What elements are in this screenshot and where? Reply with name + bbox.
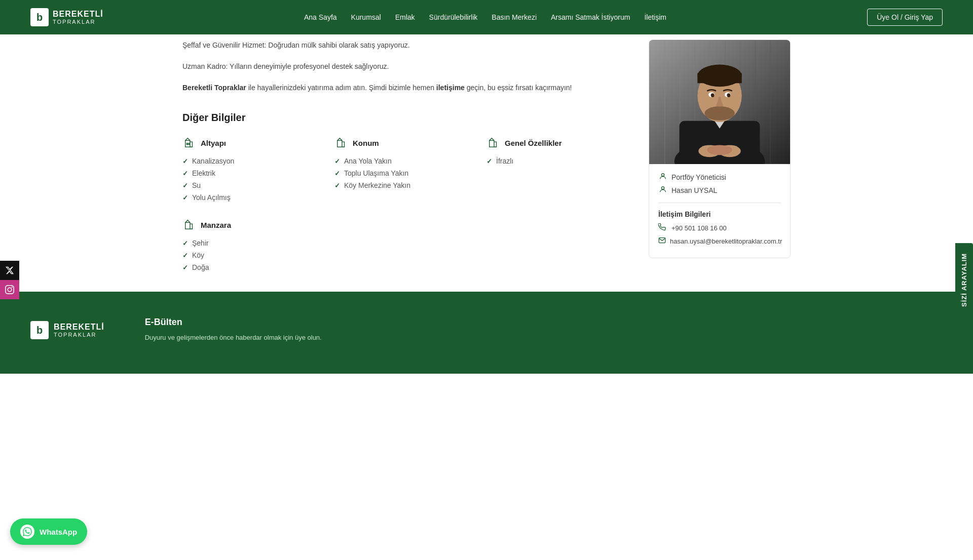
- svg-rect-21: [697, 73, 741, 83]
- sidebar-info: Portföy Yöneticisi Hasan UYSAL İletişim …: [649, 164, 790, 258]
- info-col-genel: Genel Özellikler İfrazlı: [486, 136, 628, 202]
- page-wrapper: Şeffaf ve Güvenilir Hizmet: Doğrudan mül…: [152, 34, 821, 292]
- col-header-altyapi: Altyapı: [182, 136, 324, 150]
- intro-text: Şeffaf ve Güvenilir Hizmet: Doğrudan mül…: [182, 39, 628, 94]
- nav-basin[interactable]: Basın Merkezi: [492, 13, 537, 21]
- list-item: İfrazlı: [486, 157, 628, 165]
- footer-logo-text: BEREKETLİ TOPRAKLAR: [54, 323, 104, 338]
- sidebar-card: Portföy Yöneticisi Hasan UYSAL İletişim …: [649, 39, 791, 258]
- iletisim-link[interactable]: iletişime: [436, 84, 465, 92]
- agent-role: Portföy Yöneticisi: [671, 173, 726, 181]
- nav-emlak[interactable]: Emlak: [395, 13, 415, 21]
- footer-top: b BEREKETLİ TOPRAKLAR E-Bülten Duyuru ve…: [30, 317, 943, 343]
- main-content: Şeffaf ve Güvenilir Hizmet: Doğrudan mül…: [182, 39, 628, 292]
- agent-name: Hasan UYSAL: [671, 186, 717, 194]
- intro-p2: Uzman Kadro: Yılların deneyimiyle profes…: [182, 61, 628, 73]
- nav-surdurulebilirlik[interactable]: Sürdürülebilirlik: [429, 13, 478, 21]
- svg-rect-4: [490, 141, 494, 147]
- newsletter-title: E-Bülten: [145, 317, 322, 328]
- agent-name-row: Hasan UYSAL: [658, 185, 781, 195]
- list-item: Yolu Açılmış: [182, 193, 324, 202]
- list-item: Toplu Ulaşıma Yakın: [334, 169, 476, 177]
- logo-icon: b: [30, 8, 49, 26]
- social-sidebar: [0, 261, 19, 299]
- email-row: hasan.uysal@bereketlitopraklar.com.tr: [658, 236, 781, 246]
- main-nav: Ana Sayfa Kurumsal Emlak Sürdürülebilirl…: [304, 13, 666, 21]
- nav-kurumsal[interactable]: Kurumsal: [351, 13, 381, 21]
- info-col-konum: Konum Ana Yola Yakın Toplu Ulaşıma Yakın…: [334, 136, 476, 202]
- manzara-section: Manzara Şehir Köy Doğa: [182, 218, 628, 271]
- agent-photo: [649, 40, 790, 164]
- list-item: Kanalizasyon: [182, 157, 324, 165]
- phone-row: +90 501 108 16 00: [658, 223, 781, 232]
- newsletter-desc: Duyuru ve gelişmelerden önce haberdar ol…: [145, 333, 322, 343]
- nav-anasayfa[interactable]: Ana Sayfa: [304, 13, 337, 21]
- side-cta-button[interactable]: SİZİ ARAYALIM: [955, 243, 973, 317]
- header: b BEREKETLİ TOPRAKLAR Ana Sayfa Kurumsal…: [0, 0, 973, 34]
- list-item: Şehir: [182, 239, 628, 247]
- list-item: Ana Yola Yakın: [334, 157, 476, 165]
- email-icon: [658, 236, 666, 246]
- intro-p1: Şeffaf ve Güvenilir Hizmet: Doğrudan mül…: [182, 39, 628, 52]
- list-item: Köy Merkezine Yakın: [334, 181, 476, 189]
- phone-icon: [658, 223, 667, 232]
- svg-rect-3: [338, 141, 342, 147]
- footer-logo[interactable]: b BEREKETLİ TOPRAKLAR: [30, 317, 104, 343]
- section-title: Diğer Bilgiler: [182, 112, 628, 124]
- list-item: Köy: [182, 251, 628, 259]
- intro-p3: Bereketli Topraklar ile hayallerinizdeki…: [182, 82, 628, 94]
- info-grid: Altyapı Kanalizasyon Elektrik Su Yolu Aç…: [182, 136, 628, 202]
- svg-rect-5: [185, 223, 190, 229]
- contact-title: İletişim Bilgileri: [658, 210, 781, 218]
- features-icon: [486, 136, 501, 150]
- svg-point-26: [727, 93, 730, 97]
- info-col-altyapi: Altyapı Kanalizasyon Elektrik Su Yolu Aç…: [182, 136, 324, 202]
- svg-point-30: [661, 174, 664, 176]
- list-item: Doğa: [182, 263, 628, 271]
- footer-newsletter: E-Bülten Duyuru ve gelişmelerden önce ha…: [145, 317, 322, 343]
- twitter-x-button[interactable]: [0, 261, 19, 280]
- col-header-genel: Genel Özellikler: [486, 136, 628, 150]
- logo-text: BEREKETLİ TOPRAKLAR: [53, 9, 103, 25]
- svg-rect-2: [189, 143, 190, 145]
- svg-point-25: [711, 93, 715, 97]
- phone-number: +90 501 108 16 00: [671, 224, 727, 232]
- list-item: Elektrik: [182, 169, 324, 177]
- col-header-konum: Konum: [334, 136, 476, 150]
- divider: [658, 203, 781, 203]
- svg-point-29: [707, 145, 732, 155]
- altyapi-list: Kanalizasyon Elektrik Su Yolu Açılmış: [182, 157, 324, 202]
- nav-iletisim[interactable]: İletişim: [644, 13, 666, 21]
- logo[interactable]: b BEREKETLİ TOPRAKLAR: [30, 8, 103, 26]
- svg-point-31: [661, 187, 664, 189]
- svg-rect-14: [770, 41, 771, 164]
- email-address: hasan.uysal@bereketlitopraklar.com.tr: [670, 237, 782, 245]
- svg-rect-7: [664, 41, 665, 164]
- person-circle-icon: [658, 172, 667, 182]
- person-icon: [658, 185, 667, 195]
- brand-bold: Bereketli Topraklar: [182, 84, 246, 92]
- login-button[interactable]: Üye Ol / Giriş Yap: [867, 9, 943, 26]
- konum-list: Ana Yola Yakın Toplu Ulaşıma Yakın Köy M…: [334, 157, 476, 189]
- svg-point-22: [704, 106, 735, 121]
- list-item: Su: [182, 181, 324, 189]
- instagram-button[interactable]: [0, 280, 19, 299]
- svg-rect-1: [187, 143, 188, 145]
- col-header-manzara: Manzara: [182, 218, 628, 232]
- sidebar: Portföy Yöneticisi Hasan UYSAL İletişim …: [649, 39, 791, 292]
- genel-list: İfrazlı: [486, 157, 628, 165]
- nav-arsa[interactable]: Arsamı Satmak İstiyorum: [551, 13, 630, 21]
- building-icon: [182, 136, 197, 150]
- manzara-icon: [182, 218, 197, 232]
- info-col-manzara: Manzara Şehir Köy Doğa: [182, 218, 628, 271]
- manzara-list: Şehir Köy Doğa: [182, 239, 628, 271]
- footer-logo-icon: b: [30, 321, 49, 339]
- location-icon: [334, 136, 349, 150]
- footer: b BEREKETLİ TOPRAKLAR E-Bülten Duyuru ve…: [0, 292, 973, 374]
- agent-role-row: Portföy Yöneticisi: [658, 172, 781, 182]
